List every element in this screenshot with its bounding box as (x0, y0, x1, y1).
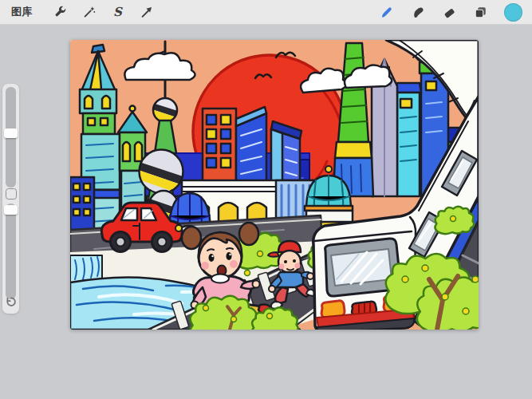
paint-brush-icon[interactable] (380, 5, 395, 20)
adjustments-wand-icon[interactable] (81, 5, 97, 20)
color-swatch[interactable] (504, 3, 522, 22)
actions-wrench-icon[interactable] (53, 5, 68, 20)
toolbar-right-group (380, 3, 532, 22)
modify-button[interactable] (6, 188, 17, 200)
procreate-app: 图库 S (0, 0, 532, 399)
brush-sidebar (2, 84, 19, 314)
gallery-button[interactable]: 图库 (11, 5, 33, 19)
brush-size-handle[interactable] (4, 128, 18, 138)
layers-icon[interactable] (473, 5, 488, 20)
smudge-icon[interactable] (411, 5, 426, 20)
red-building (203, 109, 236, 185)
opacity-handle[interactable] (4, 205, 18, 215)
canvas-artwork[interactable] (70, 40, 479, 330)
top-toolbar: 图库 S (0, 0, 532, 25)
eraser-icon[interactable] (442, 5, 457, 20)
transform-arrow-icon[interactable] (139, 5, 154, 20)
undo-icon[interactable] (5, 296, 17, 309)
toolbar-left-group: 图库 S (0, 5, 154, 20)
brush-size-slider[interactable] (6, 87, 16, 188)
opacity-slider[interactable] (6, 203, 16, 299)
selection-icon[interactable]: S (110, 5, 125, 20)
